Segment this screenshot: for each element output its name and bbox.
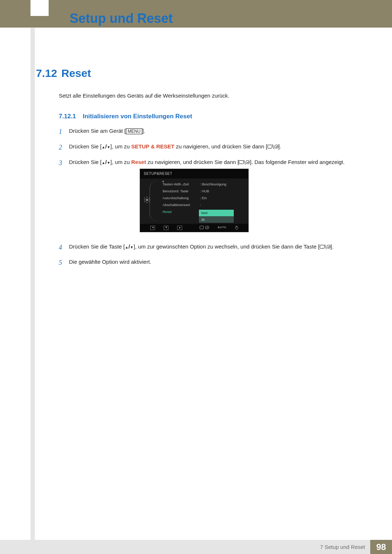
- section-intro: Setzt alle Einstellungen des Geräts auf …: [59, 93, 229, 99]
- svg-rect-10: [149, 200, 150, 200]
- text: ], um zu: [110, 143, 131, 149]
- section-number: 7.12: [36, 67, 61, 79]
- subsection-title: Initialisieren von Einstellungen Reset: [83, 113, 192, 120]
- step-body: Drücken Sie [▲/▼], um zu Reset zu navigi…: [69, 158, 349, 237]
- osd-label: AutoAbschaltung: [163, 195, 199, 201]
- svg-rect-17: [320, 245, 324, 249]
- osd-value: Ein: [202, 195, 207, 201]
- svg-rect-7: [147, 197, 147, 198]
- osd-row: AutoAbschaltung:Ein: [155, 194, 245, 201]
- down-icon: ▼: [107, 161, 110, 165]
- step-2: 2 Drücken Sie [▲/▼], um zu SETUP & RESET…: [59, 142, 349, 153]
- source-enter-icon: [200, 226, 209, 230]
- step-number: 1: [59, 127, 69, 137]
- setup-reset-label: SETUP & RESET: [131, 143, 175, 149]
- subsection-heading: 7.12.1 Initialisieren von Einstellungen …: [59, 113, 192, 120]
- text: ], um zu: [110, 159, 131, 165]
- step-number: 2: [59, 142, 69, 153]
- osd-label: Reset: [163, 209, 199, 214]
- menu-icon: MENU: [126, 128, 142, 134]
- osd-row: Tasten-Wdh.-Zeit:Beschleunigung: [155, 181, 245, 188]
- step-number: 4: [59, 242, 69, 253]
- svg-rect-8: [147, 202, 147, 203]
- auto-label: AUTO: [218, 225, 226, 230]
- page-title: Setup und Reset: [70, 11, 173, 26]
- text: Drücken Sie am Gerät [: [69, 128, 126, 134]
- text: zu navigieren, und drücken Sie dann [: [174, 143, 267, 149]
- osd-value: Beschleunigung: [202, 181, 226, 187]
- up-icon: ▲: [102, 145, 105, 149]
- footer-band: 7 Setup und Reset 98: [0, 540, 392, 554]
- step-number: 3: [59, 158, 69, 168]
- svg-point-6: [146, 199, 148, 201]
- up-icon: ▲: [102, 161, 105, 165]
- source-enter-icon: [320, 243, 331, 250]
- source-enter-icon: [239, 159, 250, 165]
- svg-rect-11: [144, 197, 146, 199]
- step-1: 1 Drücken Sie am Gerät [MENU].: [59, 127, 349, 137]
- source-enter-icon: [268, 143, 278, 149]
- svg-rect-12: [148, 201, 150, 202]
- power-icon: [235, 226, 238, 230]
- svg-line-18: [325, 245, 326, 249]
- svg-line-4: [244, 160, 245, 165]
- down-icon: ▼: [107, 145, 110, 149]
- osd-label: Benutzerd. Taste: [163, 188, 199, 194]
- osd-label: Tasten-Wdh.-Zeit: [163, 181, 199, 187]
- steps-list: 1 Drücken Sie am Gerät [MENU]. 2 Drücken…: [59, 127, 349, 273]
- osd-option: Ja: [199, 216, 234, 223]
- svg-rect-0: [268, 145, 272, 148]
- header-tab: [30, 0, 49, 16]
- osd-dropdown: Nein Ja: [199, 210, 234, 223]
- page-number: 98: [370, 540, 392, 554]
- step-body: Drücken Sie die Taste [▲/▼], um zur gewü…: [69, 242, 349, 251]
- step-body: Drücken Sie am Gerät [MENU].: [69, 127, 349, 135]
- gear-icon: [144, 197, 150, 203]
- osd-screenshot: SETUP&RESET ▲ Tasten-Wdh.-Zeit:Beschleun…: [140, 169, 249, 232]
- svg-rect-3: [239, 161, 244, 164]
- step-number: 5: [59, 258, 69, 268]
- osd-body: ▲ Tasten-Wdh.-Zeit:Beschleunigung Benutz…: [140, 178, 248, 225]
- step-3: 3 Drücken Sie [▲/▼], um zu Reset zu navi…: [59, 158, 349, 237]
- svg-line-1: [273, 144, 274, 149]
- osd-label: Abschalttimerwert: [163, 202, 199, 208]
- text: ]. Das folgende Fenster wird angezeigt.: [250, 159, 344, 165]
- down-icon: ▼: [130, 246, 134, 249]
- osd-row: Benutzerd. Taste:HUB: [155, 188, 245, 194]
- left-margin-stripe: [30, 28, 35, 540]
- text: ].: [331, 243, 334, 250]
- step-body: Drücken Sie [▲/▼], um zu SETUP & RESET z…: [69, 142, 349, 151]
- step-5: 5 Die gewählte Option wird aktiviert.: [59, 258, 349, 268]
- text: Drücken Sie die Taste [: [69, 243, 125, 250]
- header-band: [0, 0, 392, 28]
- up-icon: ▲: [125, 246, 128, 249]
- text: ].: [142, 128, 145, 134]
- footer-chapter: 7 Setup und Reset: [320, 544, 370, 550]
- reset-label: Reset: [131, 159, 146, 165]
- text: ].: [278, 143, 281, 149]
- section-heading: 7.12 Reset: [36, 67, 91, 79]
- section-title: Reset: [61, 67, 91, 79]
- up-icon: ▴: [177, 226, 182, 230]
- text: Drücken Sie [: [69, 159, 102, 165]
- down-icon: ▾: [164, 226, 168, 230]
- svg-rect-13: [144, 201, 146, 202]
- osd-title: SETUP&RESET: [140, 169, 248, 178]
- osd-footer: ◂ ▾ ▴ AUTO: [140, 224, 248, 232]
- osd-value: HUB: [202, 188, 209, 194]
- text: Drücken Sie [: [69, 143, 102, 149]
- svg-rect-16: [205, 226, 209, 229]
- subsection-number: 7.12.1: [59, 113, 76, 120]
- back-icon: ◂: [150, 226, 155, 230]
- step-body: Die gewählte Option wird aktiviert.: [69, 258, 349, 266]
- osd-arc: [150, 181, 160, 221]
- scroll-up-icon: ▲: [162, 178, 165, 184]
- text: ], um zur gewünschten Option zu wechseln…: [134, 243, 320, 250]
- svg-rect-15: [200, 226, 203, 229]
- svg-rect-14: [148, 197, 150, 199]
- osd-option-selected: Nein: [199, 210, 234, 216]
- step-4: 4 Drücken Sie die Taste [▲/▼], um zur ge…: [59, 242, 349, 253]
- text: zu navigieren, und drücken Sie dann [: [146, 159, 239, 165]
- osd-row: Abschalttimerwert:: [155, 201, 245, 208]
- svg-rect-9: [144, 200, 145, 200]
